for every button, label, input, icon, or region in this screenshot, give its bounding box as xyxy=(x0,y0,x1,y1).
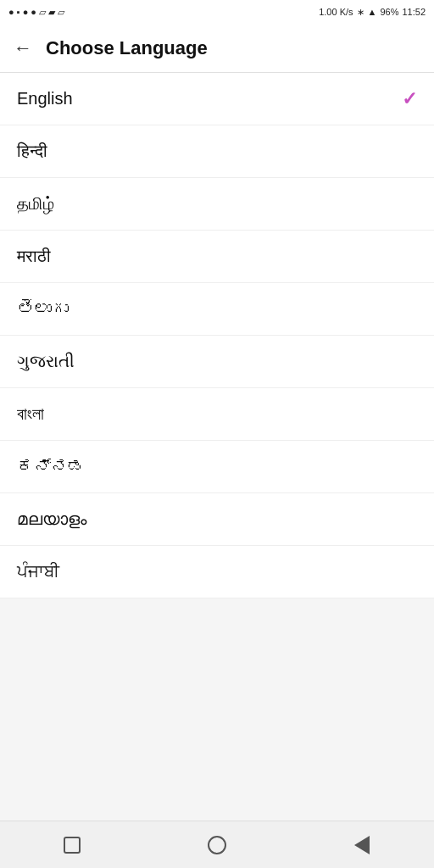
language-item[interactable]: বাংলা xyxy=(0,388,434,441)
language-name: తెలుగు xyxy=(17,299,69,319)
language-item[interactable]: English✓ xyxy=(0,73,434,125)
recents-icon xyxy=(64,837,81,854)
language-item[interactable]: हिन्दी xyxy=(0,125,434,178)
network-speed: 1.00 K/s xyxy=(319,7,353,17)
status-bar-right: 1.00 K/s ∗ ▲ 96% 11:52 xyxy=(319,7,426,18)
language-item[interactable]: मराठी xyxy=(0,231,434,283)
status-bar: ● ▪ ● ● ▱ ▰ ▱ 1.00 K/s ∗ ▲ 96% 11:52 xyxy=(0,0,434,24)
nav-back-button[interactable] xyxy=(347,830,377,860)
bluetooth-icon: ∗ xyxy=(357,7,364,18)
battery-level: 96% xyxy=(380,7,398,17)
language-name: മലയാളം xyxy=(17,509,86,529)
selected-checkmark: ✓ xyxy=(402,88,417,110)
language-name: ಕನ್ನಡ xyxy=(17,457,85,476)
language-item[interactable]: ગુજરાતી xyxy=(0,336,434,388)
language-name: தமிழ் xyxy=(17,194,54,214)
back-nav-icon xyxy=(354,836,370,854)
language-list: English✓हिन्दीதமிழ்मराठीతెలుగుગુજરાતીবাং… xyxy=(0,73,434,821)
signal-icon: ▲ xyxy=(368,7,377,17)
language-item[interactable]: తెలుగు xyxy=(0,283,434,336)
language-name: हिन्दी xyxy=(17,142,47,161)
app-bar: ← Choose Language xyxy=(0,24,434,73)
status-bar-left: ● ▪ ● ● ▱ ▰ ▱ xyxy=(8,7,64,18)
language-item[interactable]: ਪੰਜਾਬੀ xyxy=(0,546,434,598)
page-title: Choose Language xyxy=(46,37,208,59)
language-name: English xyxy=(17,89,73,108)
language-name: मराठी xyxy=(17,247,51,266)
nav-home-button[interactable] xyxy=(202,830,232,860)
language-name: বাংলা xyxy=(17,404,44,424)
home-icon xyxy=(208,836,226,854)
clock: 11:52 xyxy=(402,7,426,17)
language-item[interactable]: മലയാളം xyxy=(0,493,434,546)
notification-icons: ● ▪ ● ● ▱ ▰ ▱ xyxy=(8,7,64,18)
language-item[interactable]: ಕನ್ನಡ xyxy=(0,441,434,493)
nav-recents-button[interactable] xyxy=(57,830,87,860)
language-name: ਪੰਜਾਬੀ xyxy=(17,562,59,581)
language-name: ગુજરાતી xyxy=(17,352,75,371)
back-button[interactable]: ← xyxy=(14,37,32,59)
nav-bar xyxy=(0,821,434,868)
language-item[interactable]: தமிழ் xyxy=(0,178,434,231)
